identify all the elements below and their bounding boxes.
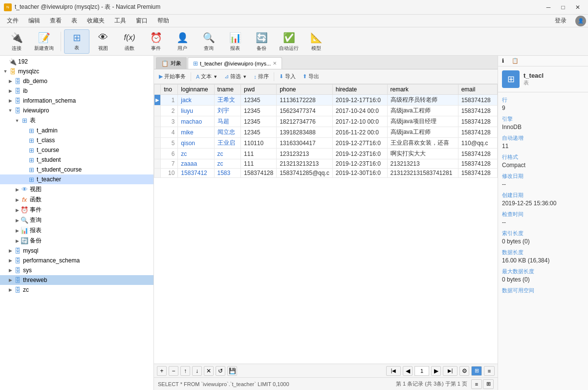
col-header-hiredate[interactable]: hiredate (332, 85, 387, 95)
move-down-button[interactable]: ↓ (192, 366, 202, 376)
begin-transaction-button[interactable]: ▶ 开始事务 (156, 71, 189, 82)
maximize-button[interactable]: □ (557, 2, 569, 12)
menu-table[interactable]: 表 (66, 15, 82, 26)
sidebar-item-tables-group[interactable]: ▼ ⊞ 表 (0, 115, 153, 126)
settings-button[interactable]: ⚙ (459, 366, 469, 376)
menu-tools[interactable]: 工具 (109, 15, 131, 26)
sidebar-item-t-admin[interactable]: ⊞ t_admin (0, 126, 153, 135)
title-bar-controls[interactable]: ─ □ ✕ (542, 2, 584, 12)
refresh-button[interactable]: ↺ (216, 366, 225, 376)
first-page-button[interactable]: |◀ (386, 366, 401, 376)
export-button[interactable]: ⬆ 导出 (300, 71, 322, 82)
sidebar-item-mysql[interactable]: ▶ 🗄 mysql (0, 246, 153, 256)
sidebar-item-queries[interactable]: ▶ 🔍 查询 (0, 215, 153, 225)
table-row[interactable]: ▶1jack王希文12345111361722282019-12-17T16:0… (154, 95, 498, 106)
tool-new-query[interactable]: 📝 新建查询 (30, 29, 58, 54)
sidebar-item-zc[interactable]: ▶ 🗄 zc (0, 285, 153, 295)
table-row[interactable]: 3machao马超12345182127347762017-12-10 00:0… (154, 116, 498, 127)
tool-event[interactable]: ⏰ 事件 (143, 29, 169, 54)
grid-view-button[interactable]: ⊞ (471, 366, 482, 376)
col-header-tname[interactable]: tname (214, 85, 241, 95)
cell-email: 158374128 (458, 106, 497, 116)
sidebar-label: mysql (23, 247, 152, 254)
tab-t-teacher[interactable]: ⊞ t_teacher @iviewuipro (mys... ✕ (188, 57, 282, 69)
rpanel-tab-info[interactable]: ℹ (498, 56, 508, 66)
tool-auto-run[interactable]: ✅ 自动运行 (275, 29, 303, 54)
col-header-phone[interactable]: phone (277, 85, 333, 95)
sidebar-item-ib[interactable]: ▶ 🗄 ib (0, 86, 153, 96)
sidebar-item-192[interactable]: 🔌 192 (0, 57, 153, 66)
form-view-button[interactable]: ≡ (484, 366, 495, 376)
delete-row-button[interactable]: − (169, 366, 178, 376)
status-icon-2[interactable]: ⊞ (483, 379, 494, 389)
tool-query[interactable]: 🔍 查询 (196, 29, 221, 54)
close-button[interactable]: ✕ (571, 2, 584, 12)
sidebar-item-backup[interactable]: ▶ 🔄 备份 (0, 236, 153, 246)
sidebar-label: performance_schema (23, 257, 152, 264)
move-up-button[interactable]: ↑ (180, 366, 190, 376)
table-row[interactable]: 2liuyu刘宇12345156234773742017-10-24 00:0高… (154, 106, 498, 116)
col-header-loginname[interactable]: loginname (178, 85, 214, 95)
user-avatar[interactable]: 👤 (575, 16, 586, 26)
minimize-button[interactable]: ─ (542, 2, 555, 12)
tool-view[interactable]: 👁 视图 (90, 29, 116, 54)
login-button[interactable]: 登录 (550, 16, 571, 26)
sidebar-item-reports[interactable]: ▶ 📊 报表 (0, 225, 153, 236)
menu-help[interactable]: 帮助 (152, 15, 174, 26)
page-number-input[interactable] (414, 366, 429, 376)
menu-file[interactable]: 文件 (2, 15, 23, 26)
table-row[interactable]: 101583741215831583741281583741285@qq.c20… (154, 169, 498, 178)
sidebar-item-mysqlzc[interactable]: ▼ 🗄 mysqlzc (0, 66, 153, 76)
info-label-check-time: 检查时间 (502, 211, 584, 218)
prev-page-button[interactable]: ◀ (403, 366, 413, 376)
sidebar-item-threeweb[interactable]: ▶ 🗄 threeweb (0, 275, 153, 285)
tool-user[interactable]: 👤 用户 (170, 29, 195, 54)
tab-objects[interactable]: 📋 对象 (156, 57, 187, 69)
table-row[interactable]: 5qison王业启110110131633044172019-12-27T16:… (154, 138, 498, 149)
text-button[interactable]: A 文本 ▼ (193, 71, 220, 82)
sidebar-item-events[interactable]: ▶ ⏰ 事件 (0, 205, 153, 215)
sidebar-item-t-class[interactable]: ⊞ t_class (0, 135, 153, 145)
status-icon-1[interactable]: ≡ (471, 379, 482, 389)
col-header-tno[interactable]: tno (161, 85, 178, 95)
menu-favorites[interactable]: 收藏夹 (82, 15, 109, 26)
last-page-button[interactable]: ▶| (443, 366, 457, 376)
sidebar-item-t-student-course[interactable]: ⊞ t_student_course (0, 165, 153, 174)
sidebar-item-views[interactable]: ▶ 👁 视图 (0, 184, 153, 195)
table-row[interactable]: 7zaaaazc1112132132132132019-12-23T16:021… (154, 159, 498, 169)
add-row-button[interactable]: + (157, 366, 167, 376)
sidebar-item-sys[interactable]: ▶ 🗄 sys (0, 265, 153, 275)
tool-connect[interactable]: 🔌 连接 (4, 29, 29, 54)
tool-backup[interactable]: 🔄 备份 (249, 29, 274, 54)
filter-button[interactable]: ⊿ 筛选 ▼ (221, 71, 250, 82)
sidebar-item-db-demo[interactable]: ▶ 🗄 db_demo (0, 76, 153, 86)
menu-edit[interactable]: 编辑 (23, 15, 45, 26)
save-button[interactable]: 💾 (227, 366, 237, 376)
col-header-pwd[interactable]: pwd (241, 85, 277, 95)
menu-view[interactable]: 查看 (45, 15, 66, 26)
col-header-remark[interactable]: remark (387, 85, 458, 95)
sidebar-item-t-course[interactable]: ⊞ t_course (0, 145, 153, 155)
sidebar-item-information-schema[interactable]: ▶ 🗄 information_schema (0, 96, 153, 106)
next-page-button[interactable]: ▶ (431, 366, 441, 376)
table-row[interactable]: 6zczc1111231232132019-12-23T16:0啊实打实大大15… (154, 149, 498, 159)
sidebar-item-performance-schema[interactable]: ▶ 🗄 performance_schema (0, 256, 153, 265)
import-button[interactable]: ⬇ 导入 (276, 71, 299, 82)
table-container[interactable]: tno loginname tname pwd phone hiredate r… (154, 84, 498, 364)
sidebar-item-iviewuipro[interactable]: ▼ 🗄 iviewuipro (0, 106, 153, 115)
tool-model[interactable]: 📐 模型 (304, 29, 329, 54)
menu-window[interactable]: 窗口 (131, 15, 152, 26)
rpanel-tab-ddl[interactable]: 📋 (508, 56, 523, 66)
table-icon: ⊞ (27, 127, 35, 134)
col-header-email[interactable]: email (458, 85, 497, 95)
sidebar-item-t-teacher[interactable]: ⊞ t_teacher (0, 174, 153, 184)
tab-close-button[interactable]: ✕ (273, 61, 277, 66)
table-row[interactable]: 4mike闻立忠12345139182834882016-11-22 00:0高… (154, 127, 498, 138)
sort-button[interactable]: ↕ 排序 (251, 71, 272, 82)
cancel-button[interactable]: ✕ (204, 366, 214, 376)
sidebar-item-functions[interactable]: ▶ fx 函数 (0, 195, 153, 205)
tool-report[interactable]: 📊 报表 (222, 29, 248, 54)
tool-table[interactable]: ⊞ 表 (64, 29, 89, 54)
sidebar-item-t-student[interactable]: ⊞ t_student (0, 155, 153, 165)
tool-function[interactable]: f(x) 函数 (117, 29, 142, 54)
